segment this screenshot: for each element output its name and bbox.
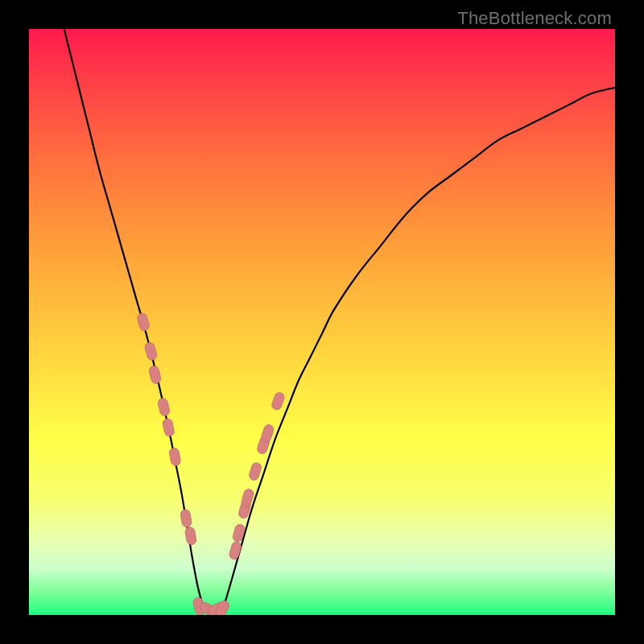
curve-marker [184, 526, 197, 546]
curve-marker [136, 312, 150, 332]
curve-marker [180, 509, 192, 528]
curve-marker [144, 341, 158, 361]
curve-marker [148, 365, 162, 384]
curve-marker [248, 461, 262, 481]
plot-area [29, 29, 615, 615]
watermark-text: TheBottleneck.com [457, 8, 612, 29]
curve-marker [168, 447, 181, 466]
marker-group [136, 312, 285, 615]
curve-marker [157, 397, 171, 416]
bottleneck-curve [29, 29, 615, 615]
curve-marker [228, 541, 242, 560]
chart-frame: TheBottleneck.com [0, 0, 644, 644]
curve-marker [260, 423, 275, 444]
curve-marker [162, 418, 175, 437]
curve-marker [270, 391, 286, 411]
